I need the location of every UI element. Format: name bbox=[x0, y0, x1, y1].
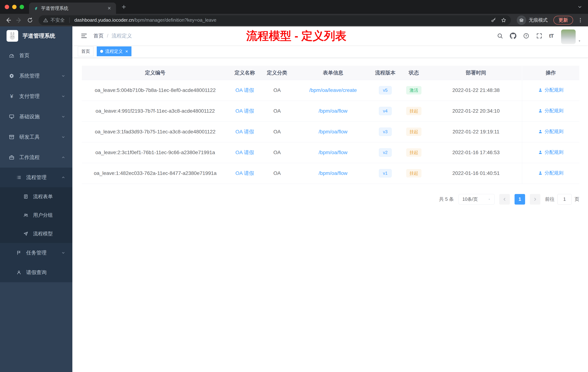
sidebar-item-process-model[interactable]: 流程模型 bbox=[0, 224, 72, 243]
help-icon[interactable]: ? bbox=[523, 33, 529, 39]
definition-category-cell: OA bbox=[261, 80, 293, 101]
status-cell: 挂起 bbox=[398, 142, 430, 163]
bookmark-star-icon[interactable] bbox=[501, 17, 506, 23]
assign-rule-link[interactable]: 分配规则 bbox=[538, 128, 563, 135]
browser-tab[interactable]: 芋道管理系统 bbox=[29, 2, 116, 14]
definition-id-cell: oa_leave:2:3c1f0ef1-76b1-11ec-9c66-a2380… bbox=[82, 142, 229, 163]
browser-tab-strip: 芋道管理系统 bbox=[0, 0, 588, 14]
definition-name-link[interactable]: OA 请假 bbox=[235, 87, 254, 93]
window-zoom-button[interactable] bbox=[20, 5, 24, 9]
tab-title: 芋道管理系统 bbox=[41, 5, 104, 11]
goto-page: 前往 页 bbox=[545, 194, 579, 205]
definition-name-link[interactable]: OA 请假 bbox=[235, 129, 254, 134]
chevron-down-icon bbox=[61, 74, 65, 78]
incognito-badge: 无痕模式 bbox=[517, 15, 548, 25]
goto-page-input[interactable] bbox=[557, 194, 572, 205]
sidebar-item-devtools[interactable]: 研发工具 bbox=[0, 127, 72, 147]
definition-name-link[interactable]: OA 请假 bbox=[235, 150, 254, 155]
github-icon[interactable] bbox=[510, 33, 516, 39]
password-key-icon[interactable] bbox=[491, 17, 496, 23]
window-minimize-button[interactable] bbox=[12, 5, 17, 9]
tab-close-icon[interactable] bbox=[106, 5, 112, 11]
sidebar-item-system-mgmt[interactable]: 系统管理 bbox=[0, 66, 72, 86]
page-1-button[interactable]: 1 bbox=[514, 194, 525, 205]
address-bar[interactable]: 不安全 dashboard.yudao.iocoder.cn/bpm/manag… bbox=[39, 15, 511, 25]
font-size-icon[interactable]: tT bbox=[549, 33, 554, 39]
form-link[interactable]: /bpm/oa/flow bbox=[319, 150, 347, 155]
tab-search-button[interactable] bbox=[577, 4, 588, 10]
breadcrumb: 首页 / 流程定义 bbox=[94, 33, 132, 39]
column-header: 部署时间 bbox=[430, 66, 522, 80]
form-link[interactable]: /bpm/oa/flow bbox=[319, 129, 347, 134]
url-host: dashboard.yudao.iocoder.cn bbox=[74, 17, 134, 23]
page-size-select[interactable]: 10条/页 bbox=[459, 194, 494, 205]
hamburger-icon[interactable] bbox=[80, 32, 88, 40]
sidebar-item-infrastructure[interactable]: 基础设施 bbox=[0, 107, 72, 127]
assign-rule-link[interactable]: 分配规则 bbox=[538, 108, 563, 114]
browser-menu-button[interactable] bbox=[577, 17, 584, 23]
sidebar-item-process-form[interactable]: 流程表单 bbox=[0, 187, 72, 206]
search-icon[interactable] bbox=[497, 33, 503, 39]
form-link[interactable]: /bpm/oa/flow bbox=[319, 170, 347, 176]
security-label[interactable]: 不安全 bbox=[51, 17, 65, 23]
form-link[interactable]: /bpm/oa/flow bbox=[319, 108, 347, 114]
user-icon bbox=[538, 171, 543, 175]
assign-rule-link[interactable]: 分配规则 bbox=[538, 87, 563, 93]
user-menu[interactable] bbox=[561, 28, 581, 44]
form-info-cell: /bpm/oa/leave/create bbox=[293, 80, 373, 101]
column-header: 定义编号 bbox=[82, 66, 229, 80]
browser-toolbar: 不安全 dashboard.yudao.iocoder.cn/bpm/manag… bbox=[0, 14, 588, 26]
chevron-down-icon bbox=[61, 251, 65, 255]
definition-name-link[interactable]: OA 请假 bbox=[235, 170, 254, 176]
prev-page-button[interactable] bbox=[499, 194, 510, 205]
new-tab-button[interactable] bbox=[118, 2, 129, 12]
url-path: /bpm/manager/definition?key=oa_leave bbox=[134, 17, 217, 23]
chevron-up-icon bbox=[61, 175, 65, 180]
not-secure-warning-icon bbox=[43, 17, 48, 23]
status-cell: 挂起 bbox=[398, 163, 430, 184]
form-link[interactable]: /bpm/oa/leave/create bbox=[309, 87, 357, 93]
sidebar-logo[interactable]: 芋道管理系统 bbox=[0, 26, 72, 45]
sidebar-item-workflow[interactable]: 工作流程 bbox=[0, 147, 72, 168]
next-page-button[interactable] bbox=[530, 194, 540, 205]
tag-close-icon[interactable]: × bbox=[125, 49, 128, 54]
tag-home[interactable]: 首页 bbox=[78, 46, 94, 56]
status-cell: 激活 bbox=[398, 80, 430, 101]
svg-text:?: ? bbox=[525, 34, 527, 37]
assign-rule-link[interactable]: 分配规则 bbox=[538, 170, 563, 176]
fullscreen-icon[interactable] bbox=[536, 33, 543, 39]
sidebar-item-payment-mgmt[interactable]: ¥ 支付管理 bbox=[0, 86, 72, 107]
browser-update-button[interactable]: 更新 bbox=[554, 16, 573, 25]
window-close-button[interactable] bbox=[5, 5, 9, 9]
sidebar-item-user-group[interactable]: 用户分组 bbox=[0, 206, 72, 224]
user-avatar[interactable] bbox=[561, 30, 576, 44]
tag-process-definition[interactable]: 流程定义 × bbox=[97, 46, 131, 56]
back-arrow-icon bbox=[5, 17, 11, 23]
incognito-icon bbox=[519, 17, 524, 23]
sidebar-item-home[interactable]: 首页 bbox=[0, 45, 72, 66]
table-body: oa_leave:5:004b710b-7b8a-11ec-8ef0-acde4… bbox=[82, 80, 579, 184]
breadcrumb-home[interactable]: 首页 bbox=[94, 33, 104, 39]
definition-category-cell: OA bbox=[261, 121, 293, 142]
assign-rule-link[interactable]: 分配规则 bbox=[538, 149, 563, 155]
table-header-row: 定义编号定义名称定义分类表单信息流程版本状态部署时间操作 bbox=[82, 66, 579, 80]
form-icon bbox=[23, 194, 28, 199]
sidebar-item-leave-query[interactable]: 请假查询 bbox=[0, 263, 72, 282]
reload-button[interactable] bbox=[26, 16, 34, 24]
sidebar-item-process-mgmt[interactable]: 流程管理 bbox=[0, 168, 72, 187]
back-button[interactable] bbox=[4, 16, 12, 24]
form-info-cell: /bpm/oa/flow bbox=[293, 142, 373, 163]
incognito-label: 无痕模式 bbox=[529, 17, 548, 23]
navbar-actions: ? tT bbox=[497, 28, 581, 44]
forward-button[interactable] bbox=[15, 16, 23, 24]
sidebar-item-task-mgmt[interactable]: 任务管理 bbox=[0, 243, 72, 263]
status-cell: 挂起 bbox=[398, 121, 430, 142]
deploy-time-cell: 2022-01-22 20:34:10 bbox=[430, 101, 522, 121]
url-text[interactable]: dashboard.yudao.iocoder.cn/bpm/manager/d… bbox=[74, 17, 488, 23]
column-header: 状态 bbox=[398, 66, 430, 80]
definition-name-link[interactable]: OA 请假 bbox=[235, 108, 254, 114]
column-header: 定义分类 bbox=[261, 66, 293, 80]
version-badge: v1 bbox=[379, 169, 392, 177]
operation-cell: 分配规则 bbox=[522, 142, 579, 163]
operation-cell: 分配规则 bbox=[522, 80, 579, 101]
